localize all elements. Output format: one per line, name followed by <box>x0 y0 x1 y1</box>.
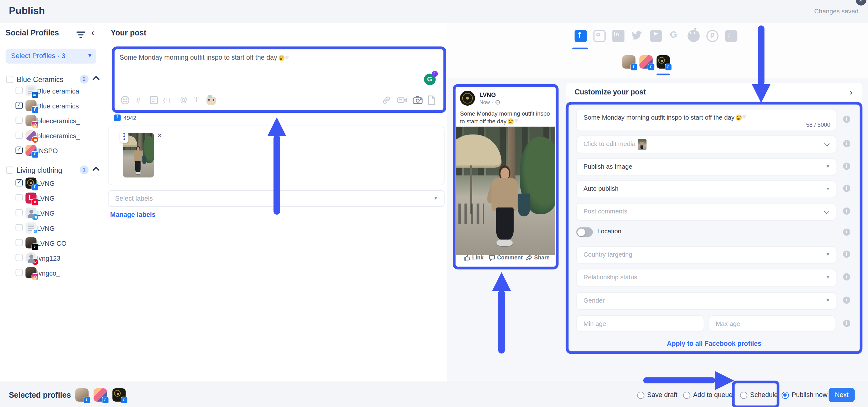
publish-now-radio[interactable] <box>782 392 789 399</box>
add-to-queue-radio[interactable] <box>683 392 690 399</box>
share-button[interactable]: Share <box>526 255 550 261</box>
hashtag-icon[interactable] <box>135 95 146 106</box>
info-icon[interactable] <box>843 115 850 123</box>
remove-media-icon[interactable] <box>157 131 165 138</box>
info-icon[interactable] <box>843 228 850 236</box>
info-icon[interactable] <box>843 296 850 304</box>
chevron-up-icon[interactable] <box>93 167 100 174</box>
camera-icon[interactable] <box>412 95 424 106</box>
country-targeting-dropdown[interactable]: Country targeting <box>577 246 837 264</box>
profile-checkbox[interactable] <box>16 87 23 94</box>
info-icon[interactable] <box>843 163 850 170</box>
publish-as-dropdown[interactable]: Publish as Image <box>577 158 837 176</box>
schedule-radio[interactable] <box>740 392 747 399</box>
saved-captions-icon[interactable] <box>149 95 160 106</box>
tab-reddit[interactable] <box>688 30 700 42</box>
profile-checkbox[interactable] <box>16 117 23 124</box>
add-to-queue-label[interactable]: Add to queue <box>693 391 733 399</box>
tab-facebook[interactable] <box>575 30 587 42</box>
schedule-label[interactable]: Schedule <box>750 391 778 399</box>
text-format-icon[interactable] <box>193 95 204 106</box>
save-draft-radio[interactable] <box>637 392 644 399</box>
profile-avatar-blue-ceramics[interactable] <box>622 55 636 69</box>
comment-button[interactable]: Comment <box>489 255 523 261</box>
tab-youtube[interactable] <box>650 30 662 42</box>
emoji-picker-icon[interactable] <box>120 95 131 106</box>
profile-checkbox[interactable] <box>16 179 23 186</box>
group-row-living-clothing[interactable]: Living clothing 1 <box>6 165 101 175</box>
tab-pinterest[interactable] <box>706 30 718 42</box>
info-icon[interactable] <box>843 207 850 215</box>
info-icon[interactable] <box>843 251 850 258</box>
profile-checkbox[interactable] <box>16 132 23 139</box>
post-editor-annotated[interactable]: Some Monday morning outfit inspo to star… <box>112 46 446 113</box>
drag-handle-icon[interactable] <box>120 131 128 143</box>
media-mini-thumbnail[interactable] <box>638 139 646 150</box>
post-text[interactable]: Some Monday morning outfit inspo to star… <box>120 53 439 62</box>
profile-checkbox[interactable] <box>16 254 23 261</box>
profile-row[interactable]: LVNG <box>16 193 104 204</box>
profile-row[interactable]: INSPO <box>16 145 104 157</box>
profile-avatar-lvng[interactable] <box>657 55 670 69</box>
location-toggle[interactable] <box>577 228 593 237</box>
select-labels-dropdown[interactable]: Select labels <box>108 191 444 207</box>
filter-icon[interactable] <box>76 31 85 39</box>
profile-row[interactable]: Blue ceramics <box>16 101 104 112</box>
group-checkbox[interactable] <box>6 76 13 83</box>
profile-row[interactable]: lvngco_ <box>16 268 104 279</box>
profile-row[interactable]: LVNG <box>16 223 104 234</box>
apply-to-all-link[interactable]: Apply to all Facebook profiles <box>569 340 860 347</box>
group-row-blue-ceramics[interactable]: Blue Ceramics 2 <box>6 74 101 84</box>
profile-checkbox[interactable] <box>16 209 23 216</box>
grammarly-icon[interactable]: 1 <box>424 74 436 85</box>
edit-media-field[interactable]: Click to edit media <box>577 135 837 153</box>
chevron-up-icon[interactable] <box>93 76 100 83</box>
profile-checkbox[interactable] <box>16 269 23 276</box>
next-button[interactable]: Next <box>829 388 855 402</box>
manage-labels-link[interactable]: Manage labels <box>110 211 155 218</box>
info-icon[interactable] <box>843 140 850 147</box>
link-icon[interactable] <box>381 95 393 106</box>
auto-publish-dropdown[interactable]: Auto publish <box>577 180 837 198</box>
info-icon[interactable] <box>843 273 850 280</box>
caption-field[interactable]: Some Monday morning outfit inspo to star… <box>577 109 837 131</box>
gender-dropdown[interactable]: Gender <box>577 292 837 310</box>
profile-avatar-inspo[interactable] <box>640 55 653 69</box>
profile-row[interactable]: blueceramics_ <box>16 115 104 127</box>
ai-assistant-icon[interactable] <box>207 97 216 105</box>
max-age-field[interactable] <box>709 315 835 332</box>
profile-checkbox[interactable] <box>16 102 23 109</box>
tab-tiktok[interactable] <box>725 30 737 42</box>
tab-instagram[interactable] <box>593 30 606 42</box>
min-age-field[interactable] <box>577 315 704 332</box>
video-icon[interactable] <box>397 95 408 106</box>
collapse-sidebar-icon[interactable] <box>91 28 94 37</box>
info-icon[interactable] <box>843 185 850 192</box>
profile-row[interactable]: Blue ceramica <box>16 86 104 97</box>
tab-google[interactable] <box>669 30 681 42</box>
profile-checkbox[interactable] <box>16 239 23 246</box>
tab-twitter[interactable] <box>631 30 643 42</box>
relationship-status-dropdown[interactable]: Relationship status <box>577 269 837 286</box>
customize-header[interactable]: Customize your post <box>566 83 862 102</box>
profile-row[interactable]: lvng123 <box>16 253 104 264</box>
publish-now-label[interactable]: Publish now <box>792 391 827 399</box>
mention-icon[interactable] <box>178 95 189 106</box>
tab-linkedin[interactable] <box>612 30 624 42</box>
profile-row[interactable]: LVNG CO <box>16 238 104 249</box>
profile-row[interactable]: LVNG <box>16 208 104 219</box>
close-icon[interactable] <box>856 0 866 6</box>
info-icon[interactable] <box>843 320 850 327</box>
group-checkbox[interactable] <box>6 167 13 174</box>
post-comments-dropdown[interactable]: Post comments <box>577 203 837 221</box>
profile-row[interactable]: LVNG <box>16 178 104 189</box>
chevron-right-icon[interactable] <box>850 87 852 97</box>
document-icon[interactable] <box>427 95 438 106</box>
save-draft-label[interactable]: Save draft <box>647 391 677 399</box>
like-button[interactable]: Link <box>464 255 484 261</box>
profile-row[interactable]: blueceramics_ <box>16 131 104 142</box>
profile-checkbox[interactable] <box>16 147 23 154</box>
profile-checkbox[interactable] <box>16 224 23 231</box>
select-profiles-dropdown[interactable]: Select Profiles · 3 <box>6 49 96 64</box>
profile-checkbox[interactable] <box>16 194 23 201</box>
